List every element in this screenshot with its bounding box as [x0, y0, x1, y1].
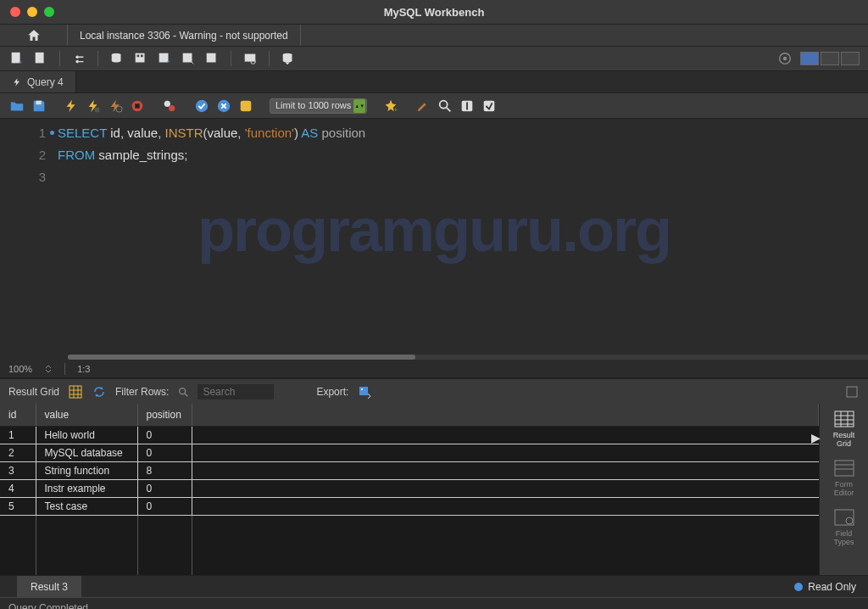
- window-title: MySQL Workbench: [384, 6, 485, 19]
- result-tab[interactable]: Result 3: [17, 576, 81, 597]
- column-header[interactable]: id: [0, 404, 36, 427]
- refresh-icon[interactable]: [92, 384, 107, 399]
- svg-point-29: [440, 100, 448, 108]
- inspector-icon[interactable]: [70, 50, 87, 67]
- new-sql-icon[interactable]: +: [8, 50, 25, 67]
- right-panel-toggle[interactable]: [841, 52, 860, 65]
- column-header[interactable]: value: [36, 404, 137, 427]
- db-icon-1[interactable]: [108, 50, 125, 67]
- svg-rect-22: [135, 103, 139, 108]
- svg-text:+: +: [394, 106, 398, 114]
- svg-rect-33: [70, 386, 81, 398]
- open-file-icon[interactable]: [8, 98, 25, 115]
- brush-icon[interactable]: [415, 98, 431, 115]
- no-limit-icon[interactable]: [161, 98, 178, 115]
- export-icon[interactable]: [357, 384, 372, 399]
- filter-rows-label: Filter Rows:: [115, 386, 169, 398]
- toggle-1-icon[interactable]: [459, 98, 476, 115]
- cursor-position: 1:3: [77, 364, 90, 374]
- toggle-2-icon[interactable]: [481, 98, 498, 115]
- maximize-window-button[interactable]: [44, 7, 54, 17]
- db-icon-3[interactable]: +: [156, 50, 173, 67]
- minimize-window-button[interactable]: [27, 7, 37, 17]
- save-icon[interactable]: [31, 98, 47, 115]
- sidebar-arrow-icon[interactable]: ▶: [811, 431, 821, 444]
- autocommit-icon[interactable]: [237, 98, 254, 115]
- svg-point-4: [75, 60, 79, 64]
- query-tabbar: Query 4: [0, 71, 868, 93]
- svg-point-25: [196, 99, 208, 111]
- svg-text:+: +: [167, 58, 170, 65]
- svg-point-17: [783, 57, 787, 61]
- filter-search-input[interactable]: [198, 384, 274, 399]
- panel-toggles: [800, 52, 860, 65]
- query-tab[interactable]: Query 4: [0, 71, 76, 92]
- result-area: idvalueposition1Hello world02MySQL datab…: [0, 404, 868, 575]
- rollback-icon[interactable]: [215, 98, 232, 115]
- svg-rect-27: [241, 100, 252, 111]
- zoom-arrows-icon[interactable]: [44, 365, 53, 373]
- svg-point-34: [180, 388, 186, 394]
- connection-tabbar: Local instance 3306 - Warning - not supp…: [0, 24, 868, 46]
- left-panel-toggle[interactable]: [800, 52, 819, 65]
- result-sidebar: ▶ Result Grid Form Editor Field Types: [819, 404, 868, 575]
- execute-current-icon[interactable]: [85, 98, 102, 115]
- svg-rect-7: [137, 55, 140, 58]
- limit-select[interactable]: Limit to 1000 rows ▲▼: [270, 98, 367, 114]
- commit-icon[interactable]: [193, 98, 210, 115]
- result-grid-button[interactable]: Result Grid: [832, 409, 856, 448]
- stop-icon[interactable]: [129, 98, 146, 115]
- form-editor-button[interactable]: Form Editor: [832, 458, 856, 497]
- search-small-icon: [177, 386, 189, 398]
- home-icon: [26, 28, 42, 43]
- beautify-icon[interactable]: +: [382, 98, 399, 115]
- gear-icon[interactable]: [776, 50, 793, 67]
- editor-scrollbar[interactable]: [68, 355, 868, 360]
- table-row[interactable]: 2MySQL database0: [0, 444, 819, 462]
- svg-text:+: +: [19, 59, 23, 66]
- db-icon-7[interactable]: [280, 50, 297, 67]
- svg-rect-2: [36, 53, 44, 64]
- bottom-panel-toggle[interactable]: [821, 52, 839, 65]
- readonly-indicator: Read Only: [782, 581, 868, 593]
- result-tabbar: Result 3 Read Only: [0, 575, 868, 597]
- table-row[interactable]: 5Test case0: [0, 498, 819, 516]
- svg-point-3: [75, 55, 79, 59]
- svg-rect-37: [847, 387, 857, 397]
- db-icon-6[interactable]: [242, 50, 259, 67]
- db-icon-2[interactable]: [132, 50, 149, 67]
- svg-rect-8: [141, 55, 143, 58]
- table-row[interactable]: 1Hello world0: [0, 427, 819, 444]
- table-row[interactable]: 3String function8: [0, 462, 819, 480]
- svg-point-24: [169, 105, 175, 111]
- close-window-button[interactable]: [10, 7, 20, 17]
- svg-rect-13: [245, 54, 256, 62]
- result-toolbar: Result Grid Filter Rows: Export:: [0, 378, 868, 404]
- sql-editor[interactable]: 123 SELECT id, value, INSTR(value, 'func…: [0, 119, 868, 355]
- column-header[interactable]: position: [137, 404, 192, 427]
- wrap-icon[interactable]: [844, 384, 860, 399]
- table-row[interactable]: 4Instr example0: [0, 480, 819, 498]
- zoom-level[interactable]: 100%: [8, 364, 32, 374]
- search-icon[interactable]: [437, 98, 453, 115]
- execute-icon[interactable]: [63, 98, 80, 115]
- svg-rect-12: [207, 53, 216, 63]
- field-types-button[interactable]: Field Types: [832, 507, 856, 546]
- svg-rect-18: [36, 100, 41, 104]
- editor-code[interactable]: SELECT id, value, INSTR(value, 'function…: [58, 119, 868, 355]
- home-tab[interactable]: [0, 25, 68, 46]
- readonly-dot-icon: [794, 583, 803, 591]
- main-toolbar: + +: [0, 46, 868, 71]
- db-icon-4[interactable]: [180, 50, 197, 67]
- db-icon-5[interactable]: [203, 50, 220, 67]
- explain-icon[interactable]: [107, 98, 124, 115]
- connection-tab[interactable]: Local instance 3306 - Warning - not supp…: [68, 25, 301, 46]
- result-grid[interactable]: idvalueposition1Hello world02MySQL datab…: [0, 404, 819, 575]
- svg-rect-19: [95, 107, 99, 111]
- svg-rect-39: [835, 461, 854, 476]
- grid-icon[interactable]: [68, 384, 83, 399]
- svg-rect-6: [136, 53, 145, 63]
- open-sql-icon[interactable]: [32, 50, 49, 67]
- query-tab-label: Query 4: [27, 76, 64, 88]
- svg-rect-31: [466, 102, 468, 109]
